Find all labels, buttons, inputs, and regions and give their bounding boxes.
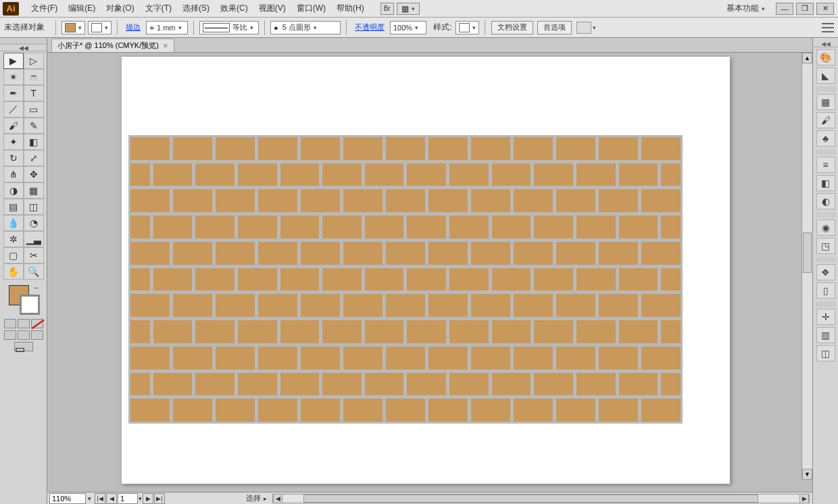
stroke-weight-input[interactable]: ≑ 1 mm xyxy=(146,21,188,34)
screen-mode-button[interactable]: ▭ xyxy=(14,342,33,351)
rightdock-collapse-icon[interactable]: ◀◀ xyxy=(813,41,838,47)
brick-wall-artwork[interactable] xyxy=(128,135,683,424)
artboards-panel[interactable]: ▯ xyxy=(816,282,835,299)
swap-fill-stroke-icon[interactable]: ↔ xyxy=(33,284,41,292)
free-transform-tool[interactable]: ✥ xyxy=(24,166,44,182)
appearance-panel[interactable]: ◉ xyxy=(816,220,835,236)
scroll-right-icon[interactable]: ▶ xyxy=(799,495,809,503)
bridge-button[interactable]: Br xyxy=(380,3,394,15)
vscroll-thumb[interactable] xyxy=(803,232,812,273)
close-window-button[interactable]: ✕ xyxy=(816,3,834,15)
first-artboard-button[interactable]: |◀ xyxy=(95,493,105,504)
blend-tool[interactable]: ◔ xyxy=(24,215,44,231)
menu-item[interactable]: 选择(S) xyxy=(177,3,215,14)
tab-close-icon[interactable]: × xyxy=(163,41,168,51)
scroll-left-icon[interactable]: ◀ xyxy=(273,495,282,503)
preferences-button[interactable]: 首选项 xyxy=(537,21,572,34)
slice-tool[interactable]: ✂ xyxy=(24,247,44,263)
blob-brush-tool[interactable]: ✦ xyxy=(3,134,24,150)
zoom-dropdown-icon[interactable]: ▾ xyxy=(88,495,91,502)
symbols-panel[interactable]: ♣ xyxy=(816,130,835,147)
scale-tool[interactable]: ⤢ xyxy=(24,150,44,166)
artboard-dropdown-icon[interactable]: ▾ xyxy=(139,495,142,502)
document-setup-button[interactable]: 文档设置 xyxy=(491,21,533,34)
menu-item[interactable]: 编辑(E) xyxy=(63,3,101,14)
next-artboard-button[interactable]: ▶ xyxy=(143,493,153,504)
line-segment-tool[interactable]: ／ xyxy=(3,101,24,118)
graphic-style-swatch[interactable] xyxy=(455,21,479,34)
pathfinder-panel[interactable]: ◫ xyxy=(816,345,835,361)
eraser-tool[interactable]: ◧ xyxy=(24,134,44,150)
zoom-tool[interactable]: 🔍 xyxy=(24,263,44,280)
fill-stroke-swatches[interactable]: ↔ xyxy=(6,284,41,316)
layers-panel[interactable]: ❖ xyxy=(816,264,835,280)
selection-tool[interactable]: ▶ xyxy=(3,53,24,69)
hand-tool[interactable]: ✋ xyxy=(3,263,24,280)
minimize-button[interactable]: — xyxy=(776,3,793,15)
zoom-input[interactable] xyxy=(49,493,86,504)
symbol-sprayer-tool[interactable]: ✲ xyxy=(3,231,24,247)
perspective-grid-tool[interactable]: ▦ xyxy=(24,182,44,199)
workspace-switcher[interactable]: 基本功能▾ xyxy=(722,3,769,14)
column-graph-tool[interactable]: ▁▃ xyxy=(24,231,44,247)
align-to-dropdown[interactable] xyxy=(576,22,591,34)
transform-panel[interactable]: ✛ xyxy=(816,309,835,325)
prev-artboard-button[interactable]: ◀ xyxy=(106,493,117,504)
stroke-panel-link[interactable]: 描边 xyxy=(126,22,141,32)
toolbox-grip[interactable] xyxy=(0,38,47,45)
artboard-number-input[interactable] xyxy=(118,493,138,504)
direct-selection-tool[interactable]: ▷ xyxy=(24,53,44,69)
magic-wand-tool[interactable]: ✴ xyxy=(3,69,24,85)
maximize-button[interactable]: ❐ xyxy=(796,3,814,15)
variable-width-profile[interactable]: 等比 xyxy=(199,21,259,34)
menu-item[interactable]: 视图(V) xyxy=(253,3,291,14)
document-tab[interactable]: 小房子* @ 110% (CMYK/预览) × xyxy=(51,39,174,52)
swatches-panel[interactable]: ▦ xyxy=(816,94,835,110)
eyedropper-tool[interactable]: 💧 xyxy=(3,215,24,231)
pen-tool[interactable]: ✒ xyxy=(3,85,24,101)
color-panel[interactable]: 🎨 xyxy=(816,49,835,66)
pencil-tool[interactable]: ✎ xyxy=(24,118,44,134)
control-bar-menu-icon[interactable] xyxy=(822,23,834,32)
menu-item[interactable]: 文字(T) xyxy=(140,3,177,14)
vertical-scrollbar[interactable]: ▲ ▼ xyxy=(802,53,812,480)
color-mode-none[interactable] xyxy=(31,319,43,328)
arrange-documents-button[interactable]: ▦ xyxy=(397,3,420,15)
align-panel[interactable]: ▥ xyxy=(816,327,835,343)
last-artboard-button[interactable]: ▶| xyxy=(154,493,165,504)
draw-mode-inside[interactable] xyxy=(31,330,43,340)
color-mode-gradient[interactable] xyxy=(18,319,30,328)
brush-definition[interactable]: ● 5 点圆形 xyxy=(270,21,341,34)
lasso-tool[interactable]: ෆ xyxy=(24,69,44,85)
menu-item[interactable]: 文件(F) xyxy=(26,3,63,14)
width-tool[interactable]: ⋔ xyxy=(3,166,24,182)
hscroll-thumb[interactable] xyxy=(303,495,758,503)
graphic-styles-panel[interactable]: ◳ xyxy=(816,238,835,254)
transparency-panel[interactable]: ◐ xyxy=(816,193,835,209)
type-tool[interactable]: T xyxy=(24,85,44,101)
menu-item[interactable]: 对象(O) xyxy=(101,3,139,14)
paintbrush-tool[interactable]: 🖌 xyxy=(3,118,24,134)
stroke-panel[interactable]: ≡ xyxy=(816,157,835,173)
menu-item[interactable]: 帮助(H) xyxy=(331,3,370,14)
toolbox-stroke-swatch[interactable] xyxy=(20,295,40,315)
canvas-viewport[interactable]: ▲ ▼ xyxy=(47,53,812,492)
rectangle-tool[interactable]: ▭ xyxy=(24,101,44,118)
horizontal-scrollbar[interactable]: ◀ ▶ xyxy=(272,494,810,503)
scroll-down-icon[interactable]: ▼ xyxy=(802,469,812,480)
color-guide-panel[interactable]: ◣ xyxy=(816,68,835,84)
gradient-panel[interactable]: ◧ xyxy=(816,175,835,191)
opacity-panel-link[interactable]: 不透明度 xyxy=(355,22,385,32)
menu-item[interactable]: 效果(C) xyxy=(215,3,253,14)
color-mode-solid[interactable] xyxy=(4,319,16,328)
artboard-tool[interactable]: ▢ xyxy=(3,247,24,263)
brushes-panel[interactable]: 🖌 xyxy=(816,112,835,128)
scroll-up-icon[interactable]: ▲ xyxy=(802,53,812,64)
draw-mode-normal[interactable] xyxy=(4,330,16,340)
draw-mode-behind[interactable] xyxy=(18,330,30,340)
artboard[interactable] xyxy=(122,57,730,484)
opacity-input[interactable]: 100% xyxy=(390,21,426,34)
toolbox-collapse-icon[interactable]: ◀◀ xyxy=(0,45,47,51)
mesh-tool[interactable]: ▤ xyxy=(3,199,24,215)
gradient-tool[interactable]: ◫ xyxy=(24,199,44,215)
